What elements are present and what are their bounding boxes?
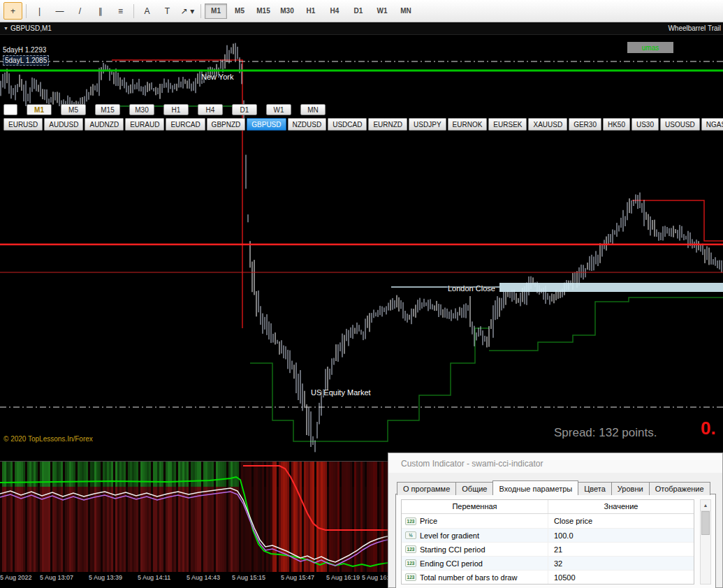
five-day-low-label[interactable]: 5dayL 1.2085 [3,55,49,66]
dialog-tab-отображение[interactable]: Отображение [649,482,710,495]
toolbar-timeframe-d1[interactable]: D1 [347,3,370,19]
vertical-line-tool-button[interactable]: | [30,2,49,20]
trendline-tool-button[interactable]: / [71,2,89,20]
chart-window-titlebar[interactable]: ▼ GBPUSD,M1 Wheelbarrel Trail [0,22,723,35]
fibonacci-tool-button[interactable]: ≡ [111,2,130,20]
symbol-button-us30[interactable]: US30 [631,118,659,131]
dialog-tab-о-программе[interactable]: О программе [397,482,456,495]
chart-timeframe-button-w1[interactable]: W1 [266,104,291,115]
symbol-button-euraud[interactable]: EURAUD [125,118,164,131]
symbol-button-audnzd[interactable]: AUDNZD [85,118,124,131]
time-label: 5 Aug 2022 [0,574,32,581]
toolbar-separator [200,4,201,18]
time-label: 5 Aug 16:19 [326,574,360,581]
toolbar-timeframe-m30[interactable]: M30 [276,3,298,19]
symbol-button-eurusd[interactable]: EURUSD [3,118,43,131]
indicator-name-label: Wheelbarrel Trail [668,24,721,32]
red-trail-left[interactable] [112,60,242,328]
param-row-price[interactable]: 123PriceClose price [402,514,694,528]
dialog-tab-общие[interactable]: Общие [455,482,493,495]
param-row-level-for-gradient[interactable]: ½Level for gradient100.0 [402,528,694,542]
toolbar-tools: +|—/∥≡AT↗ ▾ [3,2,198,20]
symbol-button-eurnzd[interactable]: EURNZD [368,118,407,131]
london-close-band[interactable] [499,283,723,292]
chart-timeframe-button-mn[interactable]: MN [300,104,326,115]
text-tool-button[interactable]: A [138,2,156,20]
annotation-us-equity-market[interactable]: US Equity Market [311,388,371,397]
chart-timeframe-button-m15[interactable]: M15 [95,104,120,115]
equidistant-channel-tool-button[interactable]: ∥ [91,2,110,20]
umas-button[interactable]: umas [627,42,673,53]
symbol-button-nzdusd[interactable]: NZDUSD [288,118,327,131]
arrows-tool-button[interactable]: ↗ ▾ [178,2,197,20]
param-value[interactable]: 100.0 [548,531,694,540]
param-value[interactable]: Close price [548,517,694,525]
toolbar-timeframe-h1[interactable]: H1 [300,3,322,19]
horizontal-line-tool-button[interactable]: — [50,2,69,20]
label-tool-button[interactable]: T [158,2,177,20]
green-trail-bottom[interactable] [250,328,489,441]
dialog-tab-уровни[interactable]: Уровни [611,482,650,495]
symbol-button-audusd[interactable]: AUDUSD [44,118,83,131]
mt4-window: +|—/∥≡AT↗ ▾ M1M5M15M30H1H4D1W1MN ▼ GBPUS… [0,0,723,588]
indicator-subwindow[interactable]: 5 Aug 20225 Aug 13:075 Aug 13:395 Aug 14… [0,461,388,588]
symbol-button-eurnok[interactable]: EURNOK [448,118,488,131]
scrollbar-thumb[interactable] [701,511,710,535]
chart-timeframe-button-m30[interactable]: M30 [129,104,154,115]
toolbar-timeframe-h4[interactable]: H4 [323,3,346,19]
crosshair-tool-button[interactable]: + [3,2,22,20]
param-row-starting-cci-period[interactable]: 123Starting CCI period21 [402,542,694,556]
header-value: Значение [548,500,694,513]
symbol-button-xauusd[interactable]: XAUUSD [528,118,567,131]
annotation-new-york[interactable]: New York [201,73,233,81]
param-row-total-number-of-bars-to-draw[interactable]: 123Total number of bars to draw10500 [402,570,694,584]
inputs-tab-panel: Переменная Значение 123PriceClose price½… [395,494,716,588]
symbol-button-hk50[interactable]: HK50 [603,118,630,131]
double-type-icon: ½ [405,531,416,539]
symbol-button-eursek[interactable]: EURSEK [488,118,527,131]
chart-symbol-period: GBPUSD,M1 [10,24,52,32]
param-name: Price [420,517,437,525]
chart-timeframe-button-m1[interactable]: M1 [27,104,52,115]
integer-type-icon: 123 [405,559,416,567]
param-row-ending-cci-period[interactable]: 123Ending CCI period32 [402,556,694,570]
collapse-icon[interactable]: ▼ [3,26,8,31]
toolbar-timeframe-mn[interactable]: MN [395,3,417,19]
scroll-up-icon[interactable]: ▲ [701,500,710,511]
dialog-tab-цвета[interactable]: Цвета [578,482,612,495]
symbol-button-gbpnzd[interactable]: GBPNZD [207,118,246,131]
param-value[interactable]: 21 [548,545,694,554]
integer-type-icon: 123 [405,573,416,581]
param-value[interactable]: 32 [548,559,694,568]
symbol-button-usdjpy[interactable]: USDJPY [409,118,446,131]
time-label: 5 Aug 14:11 [138,574,170,581]
param-name: Starting CCI period [420,545,485,554]
toolbar-timeframe-m15[interactable]: M15 [252,3,275,19]
dialog-tab-входные-параметры[interactable]: Входные параметры [492,480,578,495]
chart-timeframe-button-m5[interactable]: M5 [61,104,86,115]
table-scrollbar[interactable]: ▲ [700,499,711,585]
symbol-button-ngas[interactable]: NGAS [701,118,723,131]
toolbar-timeframe-m5[interactable]: M5 [228,3,251,19]
toolbar-timeframe-w1[interactable]: W1 [371,3,393,19]
blank-button[interactable] [3,104,17,115]
indicator-properties-dialog[interactable]: Custom Indicator - swami-cci-indicator О… [388,453,723,588]
symbol-button-usousd[interactable]: USOUSD [660,118,700,131]
main-chart[interactable]: 5dayH 1.2293 5dayL 1.2085 umas M1M5M15M3… [0,35,723,461]
toolbar-timeframe-m1[interactable]: M1 [205,3,227,19]
chart-timeframe-button-h4[interactable]: H4 [198,104,223,115]
integer-type-icon: 123 [405,517,416,525]
green-trail-right[interactable] [489,297,723,351]
five-day-high-label[interactable]: 5dayH 1.2293 [3,45,49,54]
toolbar-timeframes: M1M5M15M30H1H4D1W1MN [204,3,418,19]
integer-type-icon: 123 [405,545,416,553]
dialog-tabs: О программеОбщиеВходные параметрыЦветаУр… [397,480,710,495]
chart-timeframe-button-h1[interactable]: H1 [163,104,189,115]
symbol-button-ger30[interactable]: GER30 [569,118,601,131]
symbol-button-gbpusd[interactable]: GBPUSD [247,118,286,131]
symbol-button-usdcad[interactable]: USDCAD [328,118,367,131]
chart-timeframe-button-d1[interactable]: D1 [232,104,257,115]
symbol-button-eurcad[interactable]: EURCAD [166,118,205,131]
param-value[interactable]: 10500 [548,573,694,582]
annotation-london-close[interactable]: London Close [448,284,495,293]
